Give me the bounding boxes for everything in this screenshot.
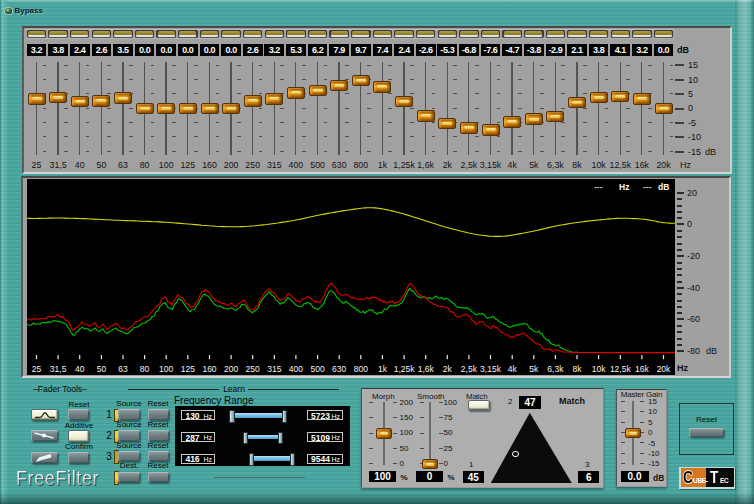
svg-text:2,5k: 2,5k <box>461 364 478 374</box>
svg-text:5k: 5k <box>529 364 539 374</box>
svg-text:63: 63 <box>118 364 128 374</box>
svg-text:100: 100 <box>159 364 173 374</box>
svg-text:8k: 8k <box>573 364 583 374</box>
svg-text:125: 125 <box>181 364 195 374</box>
svg-text:160: 160 <box>202 364 216 374</box>
svg-text:50: 50 <box>97 364 107 374</box>
svg-text:20k: 20k <box>657 364 671 374</box>
svg-text:500: 500 <box>311 364 325 374</box>
svg-text:1,25k: 1,25k <box>394 364 416 374</box>
svg-text:2k: 2k <box>443 364 453 374</box>
svg-text:3,15k: 3,15k <box>480 364 502 374</box>
svg-text:250: 250 <box>246 364 260 374</box>
svg-text:6,3k: 6,3k <box>547 364 564 374</box>
svg-text:31,5: 31,5 <box>50 364 67 374</box>
svg-text:200: 200 <box>224 364 238 374</box>
svg-text:40: 40 <box>75 364 85 374</box>
svg-text:10k: 10k <box>592 364 606 374</box>
svg-text:4k: 4k <box>508 364 518 374</box>
svg-text:16k: 16k <box>635 364 649 374</box>
svg-text:630: 630 <box>332 364 346 374</box>
svg-text:12,5k: 12,5k <box>610 364 632 374</box>
svg-text:1,6k: 1,6k <box>418 364 435 374</box>
svg-text:80: 80 <box>140 364 150 374</box>
svg-text:400: 400 <box>289 364 303 374</box>
svg-text:1k: 1k <box>378 364 388 374</box>
svg-text:800: 800 <box>354 364 368 374</box>
svg-text:25: 25 <box>32 364 42 374</box>
svg-text:315: 315 <box>267 364 281 374</box>
